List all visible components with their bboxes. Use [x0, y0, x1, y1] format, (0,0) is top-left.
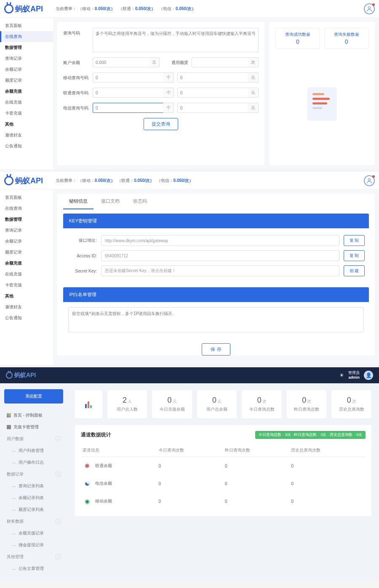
- sidebar-item-notice[interactable]: 公告通知: [0, 141, 53, 152]
- admin-avatar[interactable]: 👤: [364, 371, 373, 380]
- quota-input[interactable]: [192, 57, 251, 67]
- sidebar-item-card-recharge[interactable]: 卡密充值: [0, 280, 53, 291]
- api-url-label: 接口地址:: [67, 238, 97, 243]
- api-url-input[interactable]: [101, 235, 339, 246]
- nav-commission-rec[interactable]: —佣金提现记录: [4, 539, 63, 551]
- nav-card-mgmt[interactable]: 充值卡密管理: [4, 421, 63, 433]
- sidebar-item-online-recharge[interactable]: 在线充值: [0, 269, 53, 280]
- sidebar-item-invite[interactable]: 邀请好友: [0, 130, 53, 141]
- ip-whitelist-input[interactable]: [68, 307, 364, 332]
- mobile-count-input[interactable]: [93, 72, 166, 83]
- user-avatar[interactable]: [364, 3, 375, 14]
- nav-recharge-rec[interactable]: —余额充值记录: [4, 527, 63, 539]
- sidebar-item-invite[interactable]: 邀请好友: [0, 302, 53, 313]
- copy-id-button[interactable]: 复 制: [344, 250, 365, 261]
- sidebar-item-online-query[interactable]: 在线查询: [0, 203, 53, 214]
- col-yesterday: 昨日查询次数: [223, 444, 289, 457]
- logo[interactable]: 蚂蚁API: [4, 4, 43, 14]
- query-number-input[interactable]: [93, 28, 259, 52]
- unit-times: 次: [248, 57, 259, 67]
- sidebar-item-quota-rec[interactable]: 额度记录: [0, 75, 53, 86]
- sidebar: 首页面板 在线查询 数据管理 查询记录 余额记录 额度记录 余额充值 在线充值 …: [0, 190, 53, 365]
- topbar: 蚂蚁API 当前费率： （移动：0.050/次） （联通：0.050/次） （电…: [0, 0, 379, 18]
- nav-query-list[interactable]: —查询记录列表: [4, 480, 63, 492]
- telecom-amount-input[interactable]: [177, 103, 251, 113]
- metric-today-balance: 0元 今日充值余额: [152, 390, 192, 418]
- svg-point-0: [368, 6, 370, 8]
- channel-stats-panel: 通道数据统计 今日查询总数：0次 · 昨日查询总数：0次 · 历史总查询数：0次…: [75, 425, 371, 516]
- nav-hdr-finance[interactable]: 财务数据−: [4, 516, 63, 527]
- admin-logo[interactable]: 蚂蚁API: [6, 372, 36, 379]
- admin-topbar: 蚂蚁API ☀ 管理员 admin 👤: [0, 367, 379, 383]
- sidebar-item-query-rec[interactable]: 查询记录: [0, 53, 53, 64]
- nav-user-list[interactable]: —用户列表管理: [4, 445, 63, 457]
- tab-api-doc[interactable]: 接口文档: [95, 194, 125, 209]
- admin-sidebar: 系统配置 首页 - 控制面板 充值卡密管理 用户数据− —用户列表管理 —用户操…: [0, 383, 67, 580]
- unicom-count-input[interactable]: [93, 88, 166, 98]
- account-balance-input[interactable]: [93, 57, 152, 67]
- nav-hdr-user[interactable]: 用户数据−: [4, 433, 63, 445]
- sidebar-hdr-other: 其他: [0, 119, 53, 130]
- sidebar-item-balance-rec[interactable]: 余额记录: [0, 64, 53, 75]
- nav-quota-list[interactable]: —额度记录列表: [4, 504, 63, 516]
- nav-article[interactable]: —公告文章管理: [4, 563, 63, 575]
- sidebar-item-online-query[interactable]: 在线查询: [0, 31, 53, 42]
- secret-key-label: Secret Key:: [67, 269, 97, 273]
- nav-dashboard[interactable]: 首页 - 控制面板: [4, 409, 63, 421]
- tab-key-info[interactable]: 秘钥信息: [63, 194, 93, 209]
- logo[interactable]: 蚂蚁API: [4, 176, 43, 186]
- channel-title: 通道数据统计: [81, 431, 111, 438]
- nav-user-log[interactable]: —用户操作日志: [4, 457, 63, 468]
- unicom-query-label: 联通查询号码: [63, 88, 93, 96]
- col-history: 历史总查询次数: [289, 444, 366, 457]
- sidebar-item-card-recharge[interactable]: 卡密充值: [0, 108, 53, 119]
- sidebar: 首页面板 在线查询 数据管理 查询记录 余额记录 额度记录 余额充值 在线充值 …: [0, 18, 53, 169]
- system-config-button[interactable]: 系统配置: [4, 389, 63, 404]
- stat-fail: 查询失败数量 0: [324, 28, 369, 49]
- submit-query-button[interactable]: 提交查询: [144, 118, 178, 130]
- rate-info: 当前费率： （移动：0.050/次） （联通：0.050/次） （电信：0.05…: [56, 6, 196, 12]
- mobile-amount-input[interactable]: [177, 72, 251, 83]
- col-channel: 渠道信息: [81, 444, 157, 457]
- sidebar-item-home[interactable]: 首页面板: [0, 20, 53, 31]
- sidebar-item-notice[interactable]: 公告通知: [0, 313, 53, 323]
- unicom-amount-input[interactable]: [177, 88, 251, 98]
- unicom-icon: ❋: [83, 461, 92, 470]
- card-icon: [7, 425, 11, 429]
- sidebar-item-online-recharge[interactable]: 在线充值: [0, 97, 53, 108]
- theme-toggle-icon[interactable]: ☀: [339, 372, 344, 378]
- col-today: 今日查询次数: [157, 444, 223, 457]
- user-avatar[interactable]: [364, 175, 375, 186]
- ip-panel-header: IP白名单管理: [63, 287, 369, 302]
- sidebar-item-home[interactable]: 首页面板: [0, 192, 53, 203]
- telecom-count-input[interactable]: [93, 103, 166, 113]
- access-id-input[interactable]: [101, 250, 339, 261]
- nav-hdr-data[interactable]: 数据记录−: [4, 468, 63, 480]
- secret-key-input[interactable]: [101, 265, 339, 276]
- logo-icon: [4, 176, 13, 185]
- query-number-label: 查询号码: [63, 28, 93, 36]
- rate-info: 当前费率： （移动：0.050/次） （联通：0.050/次） （电信：0.05…: [56, 178, 193, 184]
- topbar: 蚂蚁API 当前费率： （移动：0.050/次） （联通：0.050/次） （电…: [0, 172, 379, 190]
- metric-user-balance: 0元 用户总余额: [197, 390, 237, 418]
- nav-balance-list[interactable]: —余额记录列表: [4, 492, 63, 504]
- notification-dot: [372, 3, 375, 6]
- create-key-button[interactable]: 创 建: [344, 265, 365, 276]
- save-button[interactable]: 保 存: [202, 343, 230, 355]
- sidebar-item-balance-rec[interactable]: 余额记录: [0, 236, 53, 247]
- logo-text: 蚂蚁API: [15, 4, 43, 14]
- admin-role: 管理员: [348, 371, 360, 375]
- logo-icon: [6, 372, 13, 379]
- sidebar-item-quota-rec[interactable]: 额度记录: [0, 247, 53, 258]
- channel-table: 渠道信息 今日查询次数 昨日查询次数 历史总查询次数 ❋联通余额 000 ☯电信…: [81, 444, 366, 510]
- admin-name: admin: [348, 375, 360, 380]
- sidebar-item-query-rec[interactable]: 查询记录: [0, 225, 53, 236]
- tab-status-code[interactable]: 状态码: [127, 194, 153, 209]
- metric-history-query: 0次 历史总查询数: [331, 390, 371, 418]
- quota-label: 通用额度: [163, 57, 188, 67]
- nav-hdr-other[interactable]: 其他管理−: [4, 551, 63, 563]
- metric-yesterday-query: 0次 昨日查询总数: [287, 390, 327, 418]
- copy-url-button[interactable]: 复 制: [344, 235, 365, 246]
- access-id-label: Access ID:: [67, 254, 97, 258]
- key-panel-header: KEY密钥管理: [63, 214, 369, 228]
